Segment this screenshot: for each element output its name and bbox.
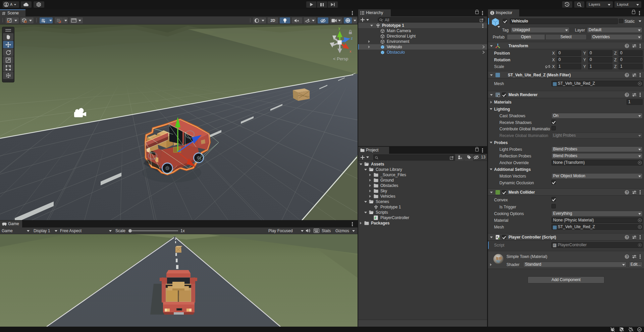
- svg-text:?: ?: [626, 236, 628, 239]
- svg-text:y: y: [338, 26, 340, 30]
- svg-text:?: ?: [626, 93, 628, 97]
- svg-text:?: ?: [626, 73, 628, 77]
- svg-text:?: ?: [626, 191, 628, 194]
- svg-text:z: z: [351, 36, 353, 40]
- svg-text:#: #: [374, 216, 376, 220]
- svg-text:< Persp: < Persp: [333, 56, 348, 61]
- svg-text:Y: Y: [44, 21, 45, 23]
- svg-text:#: #: [496, 236, 498, 239]
- svg-text:?: ?: [626, 255, 628, 259]
- svg-text:#: #: [553, 244, 555, 247]
- svg-text:?: ?: [626, 44, 628, 48]
- svg-text:x: x: [350, 49, 352, 53]
